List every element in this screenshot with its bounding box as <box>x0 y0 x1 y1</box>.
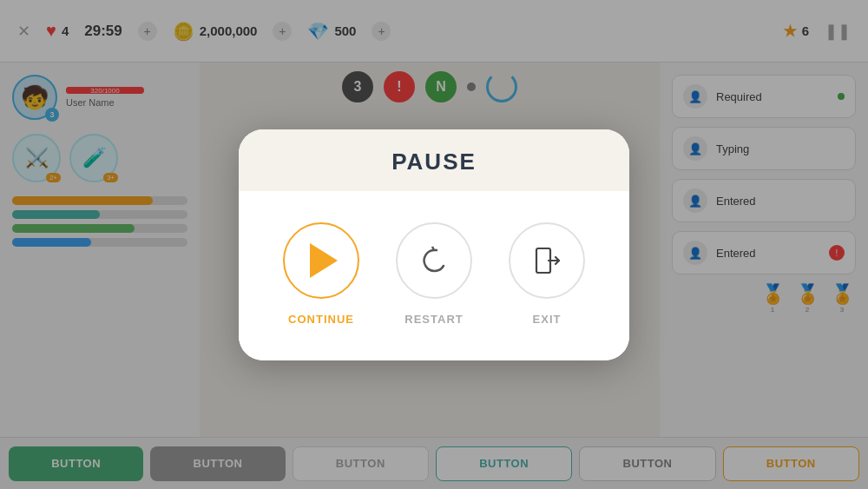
exit-label: EXIT <box>533 313 562 326</box>
modal-body: CONTINUE RESTART <box>239 191 629 360</box>
exit-action[interactable]: EXIT <box>509 222 585 326</box>
exit-icon <box>529 243 564 278</box>
modal-title: PAUSE <box>239 149 629 175</box>
continue-label: CONTINUE <box>288 313 354 326</box>
continue-action[interactable]: CONTINUE <box>283 222 359 326</box>
modal-header: PAUSE <box>239 129 629 191</box>
restart-label: RESTART <box>404 313 463 326</box>
pause-modal: PAUSE CONTINUE RESTART <box>239 129 629 360</box>
restart-action[interactable]: RESTART <box>396 222 472 326</box>
modal-overlay: PAUSE CONTINUE RESTART <box>0 0 868 489</box>
continue-circle <box>283 222 359 299</box>
restart-icon <box>417 243 451 278</box>
play-icon <box>310 243 338 278</box>
restart-circle <box>396 222 472 299</box>
exit-circle <box>509 222 585 299</box>
